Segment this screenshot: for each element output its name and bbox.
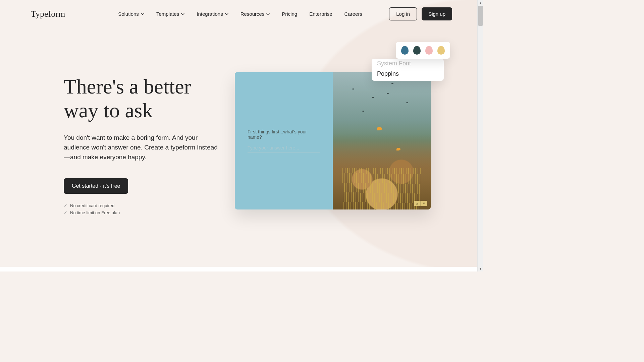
chevron-down-icon bbox=[225, 12, 228, 16]
nav-resources[interactable]: Resources bbox=[240, 11, 270, 17]
benefit-text: No time limit on Free plan bbox=[70, 210, 120, 215]
nav-integrations[interactable]: Integrations bbox=[197, 11, 228, 17]
nav-solutions[interactable]: Solutions bbox=[118, 11, 144, 17]
preview-next-button[interactable]: ▼ bbox=[421, 201, 427, 206]
vertical-scrollbar[interactable]: ▲ ▼ bbox=[477, 0, 483, 272]
fish-icon bbox=[406, 102, 408, 103]
color-swatch[interactable] bbox=[401, 46, 409, 55]
scroll-up-button[interactable]: ▲ bbox=[478, 0, 483, 6]
nav-enterprise[interactable]: Enterprise bbox=[309, 11, 332, 17]
color-swatch-popover bbox=[396, 42, 450, 59]
benefits-list: ✓ No credit card required ✓ No time limi… bbox=[64, 203, 218, 215]
brand-logo[interactable]: Typeform bbox=[31, 9, 65, 19]
benefit-item: ✓ No time limit on Free plan bbox=[64, 210, 218, 215]
fish-icon bbox=[362, 111, 364, 112]
font-option[interactable]: System Font bbox=[372, 59, 444, 68]
check-icon: ✓ bbox=[64, 210, 67, 215]
chevron-up-icon: ▲ bbox=[479, 1, 482, 5]
chevron-down-icon bbox=[266, 12, 270, 16]
chevron-down-icon bbox=[141, 12, 144, 16]
font-option-selected[interactable]: Poppins bbox=[372, 68, 444, 81]
benefit-text: No credit card required bbox=[70, 203, 114, 208]
benefit-item: ✓ No credit card required bbox=[64, 203, 218, 208]
color-swatch[interactable] bbox=[413, 46, 421, 55]
nav-pricing[interactable]: Pricing bbox=[282, 11, 297, 17]
hero-subtitle: You don't want to make a boring form. An… bbox=[64, 133, 218, 162]
fish-icon bbox=[396, 148, 400, 150]
nav-label: Resources bbox=[240, 11, 265, 17]
preview-nav-arrows: ▲ ▼ bbox=[414, 201, 427, 206]
fish-icon bbox=[372, 97, 374, 98]
preview-question-panel: First things first...what's your name? T… bbox=[235, 72, 333, 209]
font-picker-popover: System Font Poppins bbox=[372, 59, 444, 81]
seaweed-image bbox=[342, 168, 421, 209]
chevron-up-icon: ▲ bbox=[416, 202, 419, 205]
site-header: Typeform Solutions Templates Integration… bbox=[0, 0, 483, 28]
nav-label: Enterprise bbox=[309, 11, 332, 17]
scrollbar-thumb[interactable] bbox=[478, 6, 483, 26]
scroll-down-button[interactable]: ▼ bbox=[478, 266, 483, 272]
fish-icon bbox=[352, 88, 354, 89]
header-auth: Log in Sign up bbox=[389, 7, 452, 20]
color-swatch[interactable] bbox=[437, 46, 445, 55]
nav-careers[interactable]: Careers bbox=[344, 11, 362, 17]
check-icon: ✓ bbox=[64, 203, 67, 208]
preview-prev-button[interactable]: ▲ bbox=[414, 201, 421, 206]
preview-image-panel: ▲ ▼ bbox=[333, 72, 431, 209]
nav-label: Solutions bbox=[118, 11, 139, 17]
nav-templates[interactable]: Templates bbox=[156, 11, 184, 17]
signup-button[interactable]: Sign up bbox=[422, 7, 452, 20]
color-swatch[interactable] bbox=[425, 46, 433, 55]
chevron-down-icon: ▼ bbox=[479, 267, 482, 270]
main-nav: Solutions Templates Integrations Resourc… bbox=[118, 11, 362, 17]
preview-question-text: First things first...what's your name? bbox=[248, 129, 320, 140]
hero-title: There's a better way to ask bbox=[64, 75, 218, 123]
get-started-button[interactable]: Get started - it's free bbox=[64, 178, 128, 194]
nav-label: Integrations bbox=[197, 11, 223, 17]
fish-icon bbox=[391, 83, 393, 84]
login-button[interactable]: Log in bbox=[389, 7, 417, 20]
chevron-down-icon: ▼ bbox=[423, 202, 426, 205]
preview-card: First things first...what's your name? T… bbox=[235, 72, 431, 209]
hero-content: There's a better way to ask You don't wa… bbox=[64, 75, 218, 215]
fish-icon bbox=[387, 93, 389, 94]
nav-label: Pricing bbox=[282, 11, 297, 17]
nav-label: Careers bbox=[344, 11, 362, 17]
form-preview: First things first...what's your name? T… bbox=[235, 72, 431, 209]
chevron-down-icon bbox=[181, 12, 184, 16]
nav-label: Templates bbox=[156, 11, 179, 17]
fish-icon bbox=[377, 127, 382, 130]
preview-answer-input[interactable]: Type your answer here... bbox=[248, 145, 320, 153]
